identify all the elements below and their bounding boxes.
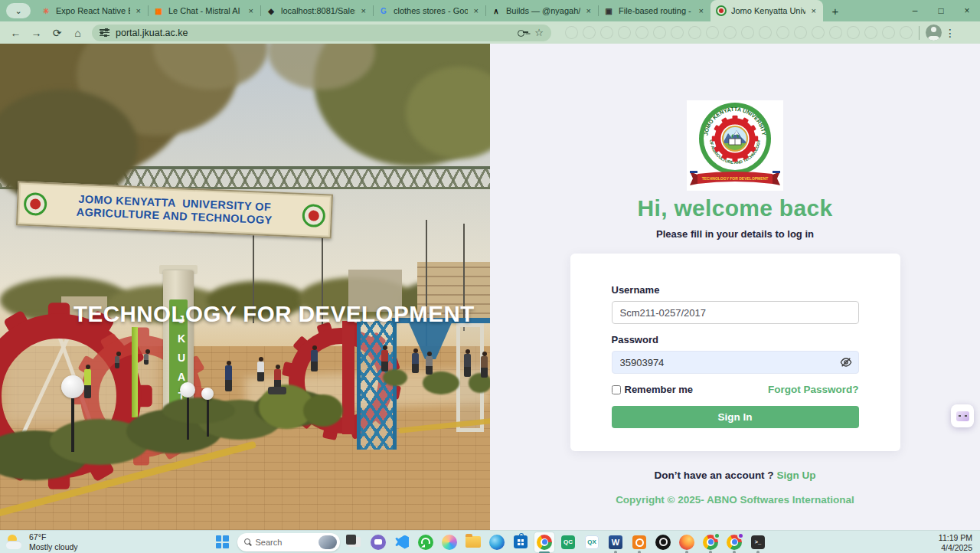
extension-icon[interactable]: [635, 26, 648, 39]
hedge: [383, 369, 407, 386]
browser-tab[interactable]: ✳ Expo React Native Bottom Tab ×: [35, 0, 148, 21]
browser-tab[interactable]: ▦ Le Chat - Mistral AI ×: [148, 0, 260, 21]
tab-close-icon[interactable]: ×: [697, 6, 705, 15]
extension-icon[interactable]: [671, 26, 684, 39]
login-panel: JOMO KENYATTA UNIVERSITY OF AGRICULTURE …: [490, 44, 980, 530]
taskbar-app-icon[interactable]: [487, 532, 507, 552]
browser-tab[interactable]: ∧ Builds — @nyagah/song-book ×: [485, 0, 598, 21]
forgot-password-link[interactable]: Forgot Password?: [768, 384, 859, 395]
person-figure: [225, 365, 232, 391]
welcome-subtitle: Please fill in your details to log in: [656, 228, 814, 240]
taskbar-center: Search: [211, 532, 770, 552]
extension-icon[interactable]: [829, 26, 842, 39]
extension-icon[interactable]: [688, 26, 701, 39]
extension-icon[interactable]: [812, 26, 825, 39]
minimize-button[interactable]: –: [902, 0, 928, 21]
password-visibility-toggle[interactable]: [840, 356, 852, 368]
username-input[interactable]: [612, 301, 859, 324]
sign-in-button[interactable]: Sign In: [612, 406, 859, 428]
taskbar-app-icon[interactable]: [534, 532, 554, 552]
extension-icon[interactable]: [583, 26, 596, 39]
password-input[interactable]: [612, 351, 859, 374]
remember-me-label: Remember me: [625, 384, 694, 395]
extension-icon[interactable]: [794, 26, 807, 39]
taskbar-app-icon[interactable]: [677, 532, 697, 552]
chat-widget-button[interactable]: [951, 404, 974, 427]
jkuat-logo: JOMO KENYATTA UNIVERSITY OF AGRICULTURE …: [687, 100, 783, 191]
url-text[interactable]: portal.jkuat.ac.ke: [116, 28, 511, 38]
tab-strip: ✳ Expo React Native Bottom Tab × ▦ Le Ch…: [35, 0, 823, 21]
tab-close-icon[interactable]: ×: [247, 6, 255, 15]
taskbar-app-icon[interactable]: [368, 532, 388, 552]
close-button[interactable]: ×: [954, 0, 980, 21]
extension-icon[interactable]: [882, 26, 895, 39]
profile-badge: [737, 532, 744, 539]
back-button[interactable]: ←: [6, 24, 25, 42]
site-settings-icon[interactable]: [100, 28, 109, 37]
tab-close-icon[interactable]: ×: [585, 6, 593, 15]
extension-icon[interactable]: [618, 26, 631, 39]
home-button[interactable]: ⌂: [68, 24, 87, 42]
taskbar-app-icon[interactable]: [439, 532, 459, 552]
extension-icon[interactable]: [864, 26, 877, 39]
extension-icon[interactable]: [600, 26, 613, 39]
taskbar-app-icon[interactable]: [463, 532, 483, 552]
taskbar-app-icon[interactable]: [416, 532, 436, 552]
extension-icon[interactable]: [759, 26, 772, 39]
password-label: Password: [612, 334, 859, 345]
browser-tab[interactable]: ▣ File-based routing - Expo Docu ×: [598, 0, 710, 21]
extension-icon[interactable]: [565, 26, 578, 39]
taskbar-app-icon[interactable]: [653, 532, 673, 552]
taskbar-app-icon[interactable]: W: [606, 532, 626, 552]
address-bar[interactable]: portal.jkuat.ac.ke ☆: [92, 25, 551, 41]
browser-menu-icon[interactable]: ⋮: [943, 27, 957, 39]
tab-close-icon[interactable]: ×: [135, 6, 142, 15]
weather-widget[interactable]: 67°F Mostly cloudy: [6, 532, 78, 552]
password-manager-icon[interactable]: [518, 30, 528, 36]
taskbar-app-icon[interactable]: QX: [582, 532, 602, 552]
taskbar-search[interactable]: Search: [237, 533, 340, 551]
browser-tab[interactable]: G clothes stores - Google Search ×: [373, 0, 485, 21]
reload-button[interactable]: ⟳: [47, 24, 67, 42]
remember-me-checkbox[interactable]: [612, 385, 621, 394]
toolbar-divider: [919, 26, 920, 40]
profile-avatar[interactable]: [926, 25, 942, 41]
start-button[interactable]: [212, 532, 232, 552]
extension-icon[interactable]: [776, 26, 789, 39]
windows-logo-icon: [216, 535, 229, 548]
taskbar-app-icon[interactable]: [724, 532, 744, 552]
taskbar-app-icon[interactable]: >_: [748, 532, 768, 552]
tab-close-icon[interactable]: ×: [810, 6, 818, 15]
forward-button[interactable]: →: [27, 24, 46, 42]
browser-tab[interactable]: ◆ localhost:8081/Sales?__EXPO_R ×: [260, 0, 373, 21]
extension-icon[interactable]: [706, 26, 719, 39]
app-glyph: [655, 535, 671, 550]
tab-close-icon[interactable]: ×: [360, 6, 368, 15]
weather-desc: Mostly cloudy: [29, 542, 78, 552]
tab-title: Le Chat - Mistral AI: [168, 6, 243, 15]
maximize-button[interactable]: □: [928, 0, 954, 21]
bookmark-star-icon[interactable]: ☆: [534, 27, 544, 38]
extension-icon[interactable]: [724, 26, 737, 39]
extension-icon[interactable]: [847, 26, 860, 39]
taskbar-app-icon[interactable]: [629, 532, 649, 552]
university-crest-icon: [24, 192, 47, 216]
taskbar-app-icon[interactable]: [511, 532, 531, 552]
tab-close-icon[interactable]: ×: [472, 6, 480, 15]
gate-sign-text: JOMO KENYATTA UNIVERSITY OFAGRICULTURE A…: [51, 192, 298, 228]
tab-title: Jomo Kenyatta University of Ag: [731, 6, 805, 15]
university-gate-sign: JOMO KENYATTA UNIVERSITY OFAGRICULTURE A…: [16, 181, 333, 238]
taskbar-app-icon[interactable]: [392, 532, 412, 552]
taskbar-app-icon[interactable]: [345, 532, 364, 552]
taskbar-clock[interactable]: 11:19 PM 4/4/2025: [939, 533, 972, 553]
browser-tab[interactable]: Jomo Kenyatta University of Ag ×: [710, 0, 823, 21]
new-tab-button[interactable]: +: [826, 2, 844, 20]
app-glyph: [466, 536, 481, 548]
taskbar-app-icon[interactable]: [701, 532, 720, 552]
extension-icon[interactable]: [653, 26, 666, 39]
tab-search-button[interactable]: ⌄: [6, 3, 31, 18]
sign-up-link[interactable]: Sign Up: [776, 470, 815, 481]
extension-icon[interactable]: [741, 26, 754, 39]
taskbar-app-icon[interactable]: QC: [558, 532, 578, 552]
extension-icon[interactable]: [900, 26, 913, 39]
